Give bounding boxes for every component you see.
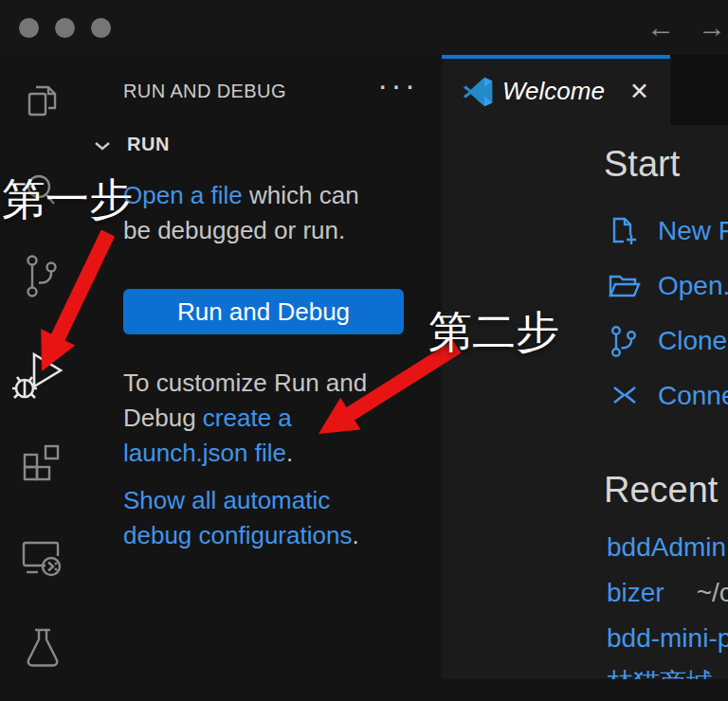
run-and-debug-button[interactable]: Run and Debug bbox=[123, 289, 404, 334]
start-item-label: Clone bbox=[658, 326, 727, 356]
git-branch-icon[interactable] bbox=[19, 252, 66, 305]
traffic-light-zoom[interactable] bbox=[91, 18, 111, 38]
recent-item-name: bdd-mini-p bbox=[607, 623, 728, 653]
chevron-down-icon[interactable] bbox=[93, 139, 112, 156]
customize-paragraph-post: . bbox=[286, 439, 293, 467]
git-branch-icon bbox=[607, 324, 641, 360]
show-all-paragraph: Show all automatic debug configurations. bbox=[123, 483, 383, 553]
show-all-configs-link[interactable]: Show all automatic debug configurations bbox=[123, 486, 352, 549]
show-all-paragraph-post: . bbox=[352, 521, 358, 549]
tab-strip: Welcome ✕ bbox=[442, 55, 728, 125]
recent-item-name: bddAdminI bbox=[607, 532, 728, 562]
open-a-file-link[interactable]: Open a file bbox=[123, 181, 243, 209]
recent-item-name: bizer bbox=[607, 578, 664, 607]
title-bar: ← → bbox=[0, 0, 728, 55]
tab-title: Welcome bbox=[502, 77, 605, 106]
extensions-icon[interactable] bbox=[19, 439, 66, 486]
run-debug-sidebar: RUN AND DEBUG ··· RUN Open a file which … bbox=[83, 55, 442, 701]
start-item-label: New F bbox=[658, 216, 728, 246]
customize-paragraph: To customize Run and Debug create a laun… bbox=[123, 366, 383, 471]
nav-back-icon[interactable]: ← bbox=[646, 9, 675, 45]
nav-forward-icon[interactable]: → bbox=[698, 9, 726, 45]
recent-item-path: ~/c bbox=[697, 578, 728, 607]
open-file-paragraph: Open a file which can be debugged or run… bbox=[123, 178, 391, 248]
start-heading: Start bbox=[604, 144, 680, 185]
open-folder-icon bbox=[607, 269, 643, 303]
run-section-header[interactable]: RUN bbox=[127, 134, 170, 155]
activity-bar bbox=[0, 55, 83, 701]
editor-group: Welcome ✕ Start New F Open.. Clone bbox=[442, 55, 728, 701]
vscode-logo-icon bbox=[463, 77, 493, 111]
remote-monitor-icon[interactable] bbox=[19, 533, 66, 581]
start-item-label: Open.. bbox=[658, 271, 728, 301]
recent-item[interactable]: 林猫商城 bbox=[607, 665, 713, 679]
recent-heading: Recent bbox=[604, 470, 718, 511]
tab-welcome[interactable]: Welcome ✕ bbox=[442, 55, 670, 125]
welcome-page: Start New F Open.. Clone Conne bbox=[442, 125, 728, 679]
search-icon[interactable] bbox=[19, 169, 64, 214]
traffic-light-minimize[interactable] bbox=[55, 18, 75, 38]
sidebar-title: RUN AND DEBUG bbox=[123, 81, 286, 102]
remote-connect-icon bbox=[607, 379, 641, 413]
traffic-light-close[interactable] bbox=[19, 18, 39, 38]
recent-item-name: 林猫商城 bbox=[607, 668, 713, 679]
beaker-icon[interactable] bbox=[21, 625, 66, 673]
more-actions-icon[interactable]: ··· bbox=[377, 66, 418, 103]
close-icon[interactable]: ✕ bbox=[629, 78, 649, 105]
recent-item[interactable]: bizer~/c bbox=[607, 578, 728, 608]
new-file-icon bbox=[607, 214, 641, 248]
recent-item[interactable]: bdd-mini-p bbox=[607, 623, 728, 654]
start-item-label: Conne bbox=[658, 381, 728, 411]
files-icon[interactable] bbox=[19, 81, 64, 126]
recent-item[interactable]: bddAdminI bbox=[607, 532, 728, 563]
debug-icon[interactable] bbox=[11, 347, 70, 405]
